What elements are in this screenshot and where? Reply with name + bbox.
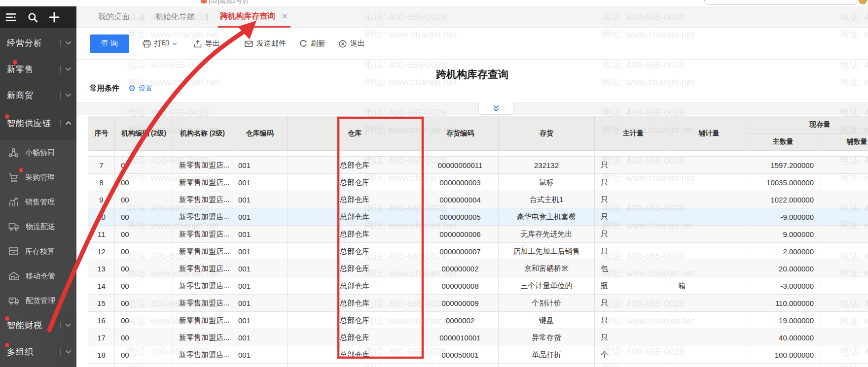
- cell-main_unit: 只: [595, 208, 672, 226]
- divider: [60, 39, 61, 47]
- print-button[interactable]: 打印: [143, 39, 181, 48]
- sidebar-item-label: 库存核算: [25, 247, 55, 256]
- sidebar-item-purchase[interactable]: 采购管理: [0, 165, 76, 190]
- table-row[interactable]: 900新零售加盟店...001总部仓库0000000004台式主机1只1022.…: [88, 191, 868, 208]
- cell-aux_unit: [672, 191, 746, 208]
- sidebar-item-distribution[interactable]: 配货管理: [0, 288, 76, 313]
- cell-main_unit: 个: [595, 346, 672, 364]
- cell-seq: 7: [88, 157, 115, 174]
- sidebar-item-collaboration[interactable]: 小畅协同: [0, 140, 76, 165]
- table-row[interactable]: 1000新零售加盟店...001总部仓库0000000005豪华电竞主机套餐只-…: [88, 208, 868, 226]
- filter-panel-collapsed-band: [76, 102, 868, 115]
- cell-inv_name: [499, 364, 595, 367]
- divider: [60, 66, 61, 73]
- cell-aux_qty: [820, 295, 868, 312]
- table-row[interactable]: 1800新零售加盟店...001总部仓库000050001单品打折个100.00…: [88, 346, 868, 364]
- column-header-org-code[interactable]: 机构编码 (2级): [115, 116, 173, 151]
- cell-aux_unit: [672, 243, 746, 260]
- cell-inv_name: 个别计价: [499, 295, 595, 312]
- cell-main_qty: 1597.200000: [746, 157, 820, 174]
- avatar-badge-partial[interactable]: [859, 0, 867, 4]
- top-strip: [02]南昌2号店: [0, 0, 868, 6]
- tab-cross-org-inventory-query[interactable]: 跨机构库存查询 ✕: [218, 6, 290, 28]
- cell-org_name: 新零售加盟店...: [173, 329, 232, 346]
- cell-wh_name: 总部仓库: [288, 226, 422, 243]
- table-row[interactable]: 1200新零售加盟店...001总部仓库0000000007店加工先加工后销售只…: [88, 243, 868, 260]
- cell-seq: 15: [88, 295, 115, 312]
- page-title: 跨机构库存查询: [76, 67, 868, 81]
- table-row[interactable]: 1400新零售加盟店...001总部仓库000000008三个计量单位的瓶箱-3…: [88, 277, 868, 295]
- send-mail-button[interactable]: 发送邮件: [245, 39, 286, 48]
- menu-icon[interactable]: [0, 6, 22, 28]
- double-chevron-down-icon: [492, 105, 500, 112]
- settings-link[interactable]: 设置: [139, 84, 152, 93]
- cell-org_code: 00: [115, 295, 173, 312]
- notification-dot: [5, 316, 9, 321]
- cell-main_qty: 1022.000000: [746, 191, 820, 208]
- cell-aux_qty: [820, 260, 868, 277]
- column-header-main-unit[interactable]: 主计量: [595, 116, 672, 151]
- expand-filter-handle[interactable]: [478, 102, 514, 115]
- cell-main_qty: 20.000000: [746, 260, 820, 277]
- chevron-down-icon: [65, 41, 72, 45]
- column-header-aux-unit[interactable]: 辅计量: [672, 116, 746, 151]
- top-left-rail: [0, 6, 76, 28]
- cell-main_qty: 40.000000: [746, 329, 820, 346]
- plus-icon[interactable]: [43, 6, 65, 28]
- search-icon[interactable]: [22, 6, 43, 28]
- exit-button[interactable]: 退出: [339, 39, 365, 48]
- table-row[interactable]: 1500新零售加盟店...001总部仓库000000009个别计价只110.00…: [88, 295, 868, 312]
- cell-inv_code: 00000000011: [422, 157, 499, 174]
- sidebar-group-new-retail[interactable]: 新零售: [0, 57, 76, 81]
- cell-org_code: 00: [115, 243, 173, 260]
- column-header-warehouse[interactable]: 仓库: [288, 116, 422, 151]
- sidebar-group-new-trade[interactable]: 新商贸: [0, 83, 76, 107]
- sidebar-group-smart-supply-chain[interactable]: 智能供应链: [0, 111, 76, 135]
- query-button[interactable]: 查 询: [90, 34, 129, 53]
- close-icon[interactable]: ✕: [281, 11, 288, 22]
- cell-wh_name: 总部仓库: [288, 329, 422, 346]
- sidebar-group-business-analysis[interactable]: 经营分析: [0, 31, 76, 55]
- sidebar-group-multi-organization[interactable]: 多组织: [0, 339, 76, 364]
- cell-inv_name: 豪华电竞主机套餐: [499, 208, 595, 226]
- cell-inv_code: [422, 364, 499, 367]
- table-row[interactable]: 800新零售加盟店...001总部仓库0000000003鼠标只10035.00…: [88, 174, 868, 191]
- sidebar-item-label: 配货管理: [26, 296, 55, 305]
- column-header-inventory-code[interactable]: 存货编码: [422, 116, 499, 151]
- column-header-org-name[interactable]: 机构名称 (2级): [173, 116, 232, 151]
- tab-init-navigation[interactable]: 初始化导航: [153, 6, 197, 28]
- cell-inv_name: 232132: [499, 157, 595, 174]
- table-row[interactable]: 700新零售加盟店...001总部仓库00000000011232132只159…: [88, 157, 868, 174]
- cell-org_name: 新零售加盟店...: [173, 346, 232, 364]
- exit-icon: [339, 40, 347, 48]
- sidebar-item-mobile-warehouse[interactable]: 移动仓管: [0, 264, 76, 288]
- sidebar-item-logistics[interactable]: 物流配送: [0, 214, 76, 239]
- sidebar-item-sales[interactable]: 销售管理: [0, 190, 76, 214]
- table-row[interactable]: 1300新零售加盟店...001总部仓库000000002京和富硒桥米包20.0…: [88, 260, 868, 277]
- cell-seq: 14: [88, 277, 115, 295]
- column-header-seq[interactable]: 序号: [88, 116, 115, 151]
- top-search-box-partial[interactable]: [704, 0, 858, 5]
- table-row[interactable]: 1600新零售加盟店...001总部仓库0000002键盘只19.000000: [88, 312, 868, 329]
- cell-aux_unit: [672, 346, 746, 364]
- cell-wh_name: 总部仓库: [288, 243, 422, 260]
- table-row[interactable]: 1700新零售加盟店...001总部仓库0000010001异常存货只40.00…: [88, 329, 868, 346]
- column-header-aux-qty[interactable]: 辅数量: [820, 133, 868, 151]
- cell-main_qty: 10035.000000: [746, 174, 820, 191]
- tab-my-desktop[interactable]: 我的桌面: [96, 6, 132, 28]
- table-row[interactable]: 1100新零售加盟店...001总部仓库0000000006无库存先进先出只9.…: [88, 226, 868, 243]
- sidebar-item-inventory-accounting[interactable]: 库存核算: [0, 239, 76, 264]
- column-header-main-qty[interactable]: 主数量: [746, 133, 820, 151]
- column-header-inventory[interactable]: 存货: [499, 116, 595, 151]
- gear-icon[interactable]: ⚙: [128, 84, 136, 93]
- collaboration-icon: [8, 148, 19, 158]
- cell-wh_name: 总部仓库: [288, 174, 422, 191]
- column-header-warehouse-code[interactable]: 仓库编码: [232, 116, 288, 151]
- cell-main_qty: 9.000000: [746, 226, 820, 243]
- chevron-down-icon: [65, 323, 72, 327]
- column-header-current-stock-group[interactable]: 现存量: [746, 116, 868, 133]
- refresh-button[interactable]: 刷新: [299, 39, 326, 48]
- sidebar-group-smart-finance-tax[interactable]: 智能财税: [0, 313, 76, 337]
- export-button[interactable]: 导出: [194, 39, 231, 48]
- table-row: [88, 364, 868, 367]
